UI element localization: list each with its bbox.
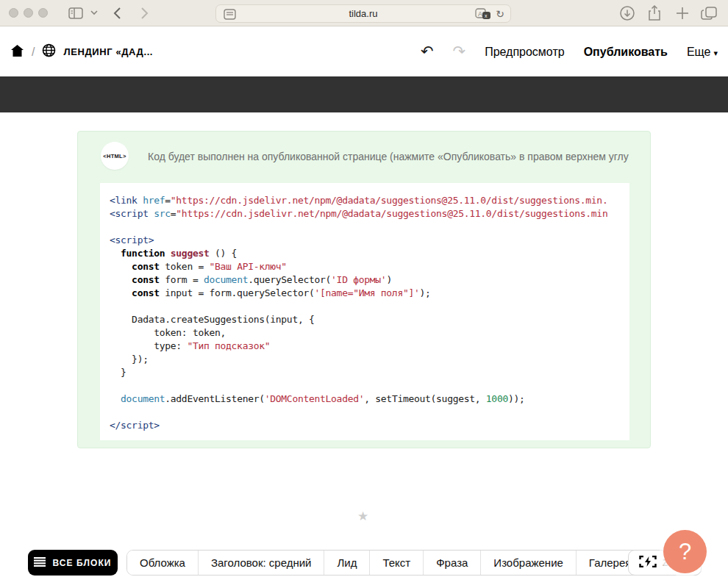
code-line: function suggest () { (110, 247, 629, 260)
code-token: document (121, 393, 165, 404)
code-line: </script> (110, 419, 629, 432)
code-token: }); (110, 354, 149, 365)
code-token (110, 287, 132, 298)
code-token: <script (110, 208, 149, 219)
code-token: 'ID формы' (331, 274, 386, 285)
code-token: href (143, 195, 165, 206)
code-token: const (132, 261, 160, 272)
code-token: = (165, 195, 171, 206)
code-line (110, 220, 629, 234)
undo-icon[interactable]: ↶ (421, 44, 434, 60)
block-category-button[interactable]: Лид (324, 551, 370, 575)
code-token: token = (160, 261, 210, 272)
browser-chrome: tilda.ru A x ↻ (0, 0, 728, 26)
page-format-icon[interactable] (224, 9, 236, 20)
block-category-button[interactable]: Фраза (424, 551, 481, 575)
svg-text:A: A (478, 10, 482, 18)
code-line: <script> (110, 234, 629, 247)
code-token: , setTimeout(suggest, (364, 393, 486, 404)
code-line (110, 379, 629, 392)
minimize-window-icon[interactable] (24, 8, 33, 18)
share-icon[interactable] (646, 4, 663, 22)
question-mark-icon: ? (679, 540, 691, 563)
block-category-button[interactable]: Изображение (481, 551, 577, 575)
url-text[interactable]: tilda.ru (216, 8, 510, 19)
code-token: token: token, (110, 327, 226, 338)
code-line: type: "Тип подсказок" (110, 340, 629, 353)
svg-text:x: x (485, 13, 488, 18)
block-header-band (0, 76, 728, 112)
code-line: document.addEventListener('DOMContentLoa… (110, 392, 629, 406)
forward-button-icon[interactable] (140, 7, 149, 20)
code-line: Dadata.createSuggestions(input, { (110, 313, 629, 326)
zero-block-icon (639, 556, 657, 570)
code-token: ); (420, 287, 431, 298)
preview-button[interactable]: Предпросмотр (485, 46, 565, 59)
favorite-star-icon[interactable]: ★ (357, 509, 368, 523)
code-token: ) (386, 274, 392, 285)
code-line: const form = document.querySelector('ID … (110, 273, 629, 287)
code-token: "https://cdn.jsdelivr.net/npm/@dadata/su… (171, 195, 608, 206)
translate-icon[interactable]: A x (475, 8, 491, 20)
code-token (165, 248, 171, 259)
hamburger-icon (34, 557, 46, 569)
code-token (110, 393, 121, 404)
code-token: } (110, 367, 126, 378)
code-token: suggest (171, 248, 210, 259)
sidebar-icon[interactable] (68, 7, 83, 20)
code-token (110, 274, 132, 285)
tilda-toolbar: / ЛЕНДИНГ «ДАД... ↶ ↷ Предпросмотр Опубл… (0, 27, 728, 76)
code-token: src (154, 208, 171, 219)
zoom-window-icon[interactable] (38, 8, 48, 18)
notice-text: Код будет выполнен на опубликованной стр… (148, 151, 629, 162)
tab-overview-icon[interactable] (701, 5, 718, 21)
window-controls[interactable] (9, 8, 48, 18)
code-line: } (110, 366, 629, 379)
help-button[interactable]: ? (663, 530, 707, 573)
close-window-icon[interactable] (9, 8, 18, 18)
code-token (110, 261, 132, 272)
code-token: )); (508, 393, 525, 404)
code-editor[interactable]: <link href="https://cdn.jsdelivr.net/npm… (100, 183, 629, 440)
html-code-block: <HTML> Код будет выполнен на опубликован… (77, 131, 651, 448)
code-line: <link href="https://cdn.jsdelivr.net/npm… (110, 194, 629, 207)
block-buttons-group: ОбложкаЗаголовок: среднийЛидТекстФразаИз… (126, 550, 702, 576)
code-token: 'DOMContentLoaded' (265, 393, 364, 404)
redo-icon: ↷ (453, 44, 466, 60)
code-line: }); (110, 353, 629, 366)
code-token: document (204, 274, 248, 285)
all-blocks-label: ВСЕ БЛОКИ (52, 558, 111, 568)
code-token: "Тип подсказок" (187, 340, 270, 351)
block-category-button[interactable]: Обложка (127, 551, 199, 575)
all-blocks-button[interactable]: ВСЕ БЛОКИ (28, 550, 118, 576)
block-category-button[interactable]: Текст (370, 551, 424, 575)
tilda-editor-window: tilda.ru A x ↻ (0, 0, 728, 588)
new-tab-icon[interactable] (675, 6, 690, 21)
code-token: function (121, 248, 165, 259)
reload-icon[interactable]: ↻ (496, 8, 504, 20)
publish-button[interactable]: Опубликовать (584, 46, 668, 59)
code-token: '[name="Имя поля"]' (315, 287, 420, 298)
back-button-icon[interactable] (113, 7, 121, 20)
code-line: const input = form.querySelector('[name=… (110, 287, 629, 300)
more-menu-button[interactable]: Еще▾ (687, 46, 718, 59)
globe-icon (42, 43, 56, 60)
html-badge-icon: <HTML> (101, 142, 129, 170)
code-token: Dadata.createSuggestions(input, { (110, 314, 315, 325)
code-token: "https://cdn.jsdelivr.net/npm/@dadata/su… (176, 208, 607, 219)
chevron-down-icon[interactable] (90, 10, 99, 15)
code-line: <script src="https://cdn.jsdelivr.net/np… (110, 207, 629, 220)
code-token: <script> (110, 234, 154, 245)
block-category-button[interactable]: Заголовок: средний (199, 551, 325, 575)
breadcrumb: / ЛЕНДИНГ «ДАД... (0, 43, 153, 60)
downloads-icon[interactable] (619, 5, 635, 21)
code-line (110, 300, 629, 313)
home-icon[interactable] (10, 44, 24, 60)
chevron-down-icon: ▾ (713, 49, 718, 58)
code-token: 1000 (486, 393, 508, 404)
page-title[interactable]: ЛЕНДИНГ «ДАД... (63, 46, 153, 57)
address-bar[interactable]: tilda.ru A x ↻ (215, 4, 511, 23)
code-line: const token = "Ваш API-ключ" (110, 260, 629, 273)
code-line (110, 406, 629, 419)
code-token: .addEventListener( (165, 393, 264, 404)
